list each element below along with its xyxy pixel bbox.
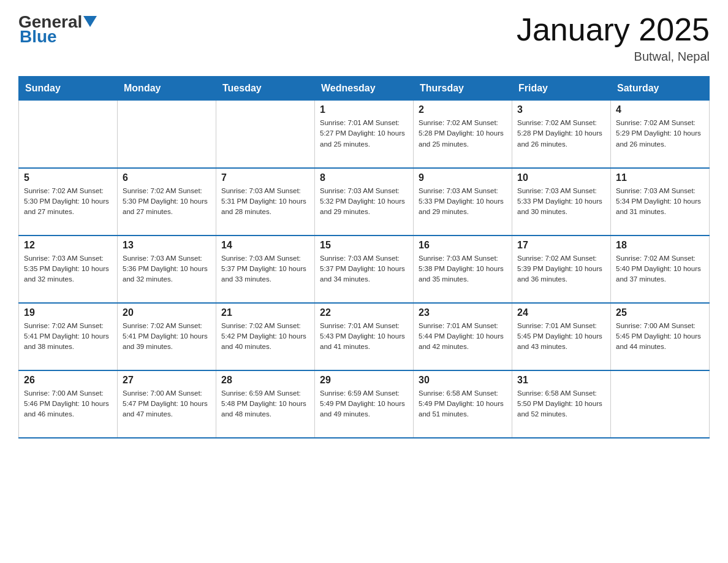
calendar-cell: 17Sunrise: 7:02 AM Sunset: 5:39 PM Dayli… — [512, 236, 611, 303]
header-sunday: Sunday — [19, 77, 118, 101]
calendar-cell: 2Sunrise: 7:02 AM Sunset: 5:28 PM Daylig… — [414, 101, 512, 168]
title-section: January 2025 Butwal, Nepal — [517, 12, 710, 64]
day-number: 28 — [221, 375, 309, 386]
day-info: Sunrise: 7:02 AM Sunset: 5:39 PM Dayligh… — [517, 253, 605, 285]
calendar-table: SundayMondayTuesdayWednesdayThursdayFrid… — [18, 76, 710, 439]
day-number: 27 — [123, 375, 211, 386]
week-row-3: 12Sunrise: 7:03 AM Sunset: 5:35 PM Dayli… — [19, 236, 710, 303]
calendar-cell: 31Sunrise: 6:58 AM Sunset: 5:50 PM Dayli… — [512, 370, 611, 438]
week-row-4: 19Sunrise: 7:02 AM Sunset: 5:41 PM Dayli… — [19, 303, 710, 370]
calendar-cell: 16Sunrise: 7:03 AM Sunset: 5:38 PM Dayli… — [414, 236, 512, 303]
calendar-cell: 21Sunrise: 7:02 AM Sunset: 5:42 PM Dayli… — [216, 303, 315, 370]
day-number: 3 — [517, 104, 605, 115]
calendar-cell: 27Sunrise: 7:00 AM Sunset: 5:47 PM Dayli… — [118, 370, 216, 438]
calendar-cell: 9Sunrise: 7:03 AM Sunset: 5:33 PM Daylig… — [414, 168, 512, 236]
calendar-cell — [611, 370, 710, 438]
day-info: Sunrise: 6:59 AM Sunset: 5:49 PM Dayligh… — [320, 388, 408, 420]
day-info: Sunrise: 7:02 AM Sunset: 5:28 PM Dayligh… — [419, 118, 507, 150]
calendar-cell: 18Sunrise: 7:02 AM Sunset: 5:40 PM Dayli… — [611, 236, 710, 303]
calendar-cell: 8Sunrise: 7:03 AM Sunset: 5:32 PM Daylig… — [315, 168, 414, 236]
day-number: 11 — [616, 172, 704, 183]
calendar-cell: 4Sunrise: 7:02 AM Sunset: 5:29 PM Daylig… — [611, 101, 710, 168]
header-monday: Monday — [118, 77, 216, 101]
calendar-cell: 5Sunrise: 7:02 AM Sunset: 5:30 PM Daylig… — [19, 168, 118, 236]
calendar-header-row: SundayMondayTuesdayWednesdayThursdayFrid… — [19, 77, 710, 101]
day-number: 12 — [24, 240, 112, 251]
calendar-cell: 14Sunrise: 7:03 AM Sunset: 5:37 PM Dayli… — [216, 236, 315, 303]
calendar-cell — [19, 101, 118, 168]
day-number: 1 — [320, 104, 408, 115]
logo-blue-text: Blue — [20, 27, 57, 47]
day-info: Sunrise: 7:01 AM Sunset: 5:43 PM Dayligh… — [320, 321, 408, 353]
calendar-cell: 29Sunrise: 6:59 AM Sunset: 5:49 PM Dayli… — [315, 370, 414, 438]
calendar-cell: 15Sunrise: 7:03 AM Sunset: 5:37 PM Dayli… — [315, 236, 414, 303]
day-info: Sunrise: 7:02 AM Sunset: 5:28 PM Dayligh… — [517, 118, 605, 150]
svg-marker-0 — [83, 16, 97, 27]
day-number: 18 — [616, 240, 704, 251]
header-wednesday: Wednesday — [315, 77, 414, 101]
day-info: Sunrise: 7:02 AM Sunset: 5:42 PM Dayligh… — [221, 321, 309, 353]
calendar-cell: 25Sunrise: 7:00 AM Sunset: 5:45 PM Dayli… — [611, 303, 710, 370]
calendar-cell: 3Sunrise: 7:02 AM Sunset: 5:28 PM Daylig… — [512, 101, 611, 168]
day-info: Sunrise: 6:59 AM Sunset: 5:48 PM Dayligh… — [221, 388, 309, 420]
day-number: 21 — [221, 307, 309, 318]
calendar-cell: 6Sunrise: 7:02 AM Sunset: 5:30 PM Daylig… — [118, 168, 216, 236]
calendar-cell: 10Sunrise: 7:03 AM Sunset: 5:33 PM Dayli… — [512, 168, 611, 236]
day-number: 23 — [419, 307, 507, 318]
day-number: 6 — [123, 172, 211, 183]
day-info: Sunrise: 7:03 AM Sunset: 5:34 PM Dayligh… — [616, 186, 704, 218]
day-number: 15 — [320, 240, 408, 251]
header-friday: Friday — [512, 77, 611, 101]
calendar-cell: 1Sunrise: 7:01 AM Sunset: 5:27 PM Daylig… — [315, 101, 414, 168]
calendar-cell: 7Sunrise: 7:03 AM Sunset: 5:31 PM Daylig… — [216, 168, 315, 236]
logo: General Blue — [18, 12, 97, 47]
day-info: Sunrise: 7:03 AM Sunset: 5:33 PM Dayligh… — [517, 186, 605, 218]
calendar-cell: 13Sunrise: 7:03 AM Sunset: 5:36 PM Dayli… — [118, 236, 216, 303]
week-row-1: 1Sunrise: 7:01 AM Sunset: 5:27 PM Daylig… — [19, 101, 710, 168]
day-number: 22 — [320, 307, 408, 318]
day-info: Sunrise: 7:02 AM Sunset: 5:29 PM Dayligh… — [616, 118, 704, 150]
week-row-5: 26Sunrise: 7:00 AM Sunset: 5:46 PM Dayli… — [19, 370, 710, 438]
day-number: 16 — [419, 240, 507, 251]
day-info: Sunrise: 7:03 AM Sunset: 5:32 PM Dayligh… — [320, 186, 408, 218]
day-number: 2 — [419, 104, 507, 115]
calendar-cell — [216, 101, 315, 168]
calendar-cell: 30Sunrise: 6:58 AM Sunset: 5:49 PM Dayli… — [414, 370, 512, 438]
day-number: 14 — [221, 240, 309, 251]
day-number: 5 — [24, 172, 112, 183]
logo-triangle-icon — [83, 16, 97, 29]
day-info: Sunrise: 7:02 AM Sunset: 5:41 PM Dayligh… — [24, 321, 112, 353]
calendar-cell: 23Sunrise: 7:01 AM Sunset: 5:44 PM Dayli… — [414, 303, 512, 370]
header-tuesday: Tuesday — [216, 77, 315, 101]
calendar-cell: 19Sunrise: 7:02 AM Sunset: 5:41 PM Dayli… — [19, 303, 118, 370]
header-saturday: Saturday — [611, 77, 710, 101]
day-number: 10 — [517, 172, 605, 183]
day-info: Sunrise: 7:01 AM Sunset: 5:27 PM Dayligh… — [320, 118, 408, 150]
day-number: 29 — [320, 375, 408, 386]
calendar-title: January 2025 — [517, 12, 710, 47]
day-info: Sunrise: 7:01 AM Sunset: 5:44 PM Dayligh… — [419, 321, 507, 353]
day-number: 30 — [419, 375, 507, 386]
day-info: Sunrise: 7:03 AM Sunset: 5:37 PM Dayligh… — [221, 253, 309, 285]
day-info: Sunrise: 7:02 AM Sunset: 5:40 PM Dayligh… — [616, 253, 704, 285]
day-info: Sunrise: 7:00 AM Sunset: 5:45 PM Dayligh… — [616, 321, 704, 353]
day-number: 19 — [24, 307, 112, 318]
day-info: Sunrise: 7:00 AM Sunset: 5:46 PM Dayligh… — [24, 388, 112, 420]
day-info: Sunrise: 7:03 AM Sunset: 5:37 PM Dayligh… — [320, 253, 408, 285]
day-info: Sunrise: 7:03 AM Sunset: 5:36 PM Dayligh… — [123, 253, 211, 285]
day-info: Sunrise: 7:01 AM Sunset: 5:45 PM Dayligh… — [517, 321, 605, 353]
day-info: Sunrise: 7:02 AM Sunset: 5:30 PM Dayligh… — [24, 186, 112, 218]
day-number: 8 — [320, 172, 408, 183]
day-number: 25 — [616, 307, 704, 318]
day-info: Sunrise: 6:58 AM Sunset: 5:49 PM Dayligh… — [419, 388, 507, 420]
day-info: Sunrise: 7:03 AM Sunset: 5:35 PM Dayligh… — [24, 253, 112, 285]
day-number: 20 — [123, 307, 211, 318]
calendar-cell: 11Sunrise: 7:03 AM Sunset: 5:34 PM Dayli… — [611, 168, 710, 236]
calendar-cell: 20Sunrise: 7:02 AM Sunset: 5:41 PM Dayli… — [118, 303, 216, 370]
day-number: 26 — [24, 375, 112, 386]
day-number: 31 — [517, 375, 605, 386]
day-number: 7 — [221, 172, 309, 183]
day-info: Sunrise: 6:58 AM Sunset: 5:50 PM Dayligh… — [517, 388, 605, 420]
day-number: 9 — [419, 172, 507, 183]
day-info: Sunrise: 7:02 AM Sunset: 5:41 PM Dayligh… — [123, 321, 211, 353]
